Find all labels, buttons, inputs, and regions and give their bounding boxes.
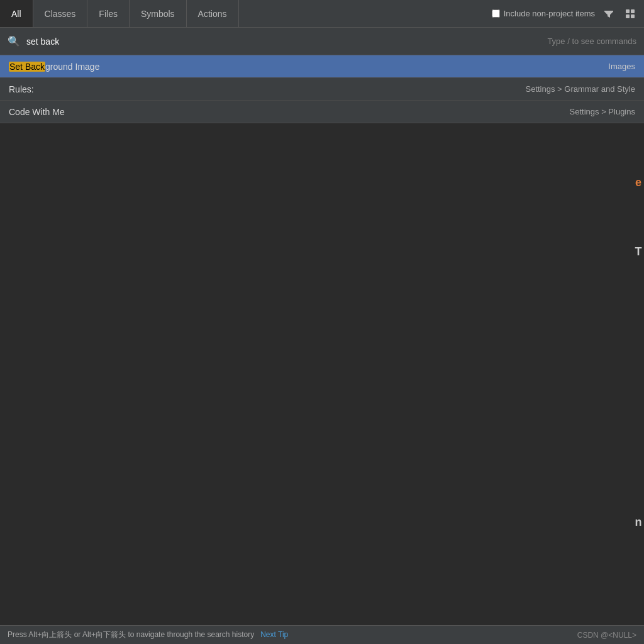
tab-files[interactable]: Files (87, 0, 130, 27)
status-left: Press Alt+向上箭头 or Alt+向下箭头 to navigate t… (8, 630, 288, 640)
results-list: Set Background Image Images Rules: Setti… (0, 55, 644, 123)
result-item-left-0: Set Background Image (9, 62, 99, 72)
tab-symbols[interactable]: Symbols (130, 0, 187, 27)
filter-icon (604, 9, 614, 19)
filter-button[interactable] (601, 6, 616, 21)
tab-actions[interactable]: Actions (187, 0, 239, 27)
result-category-2: Settings > Plugins (570, 107, 635, 116)
result-item-left-2: Code With Me (9, 107, 65, 117)
right-accent-n: n (633, 516, 644, 529)
next-tip-link[interactable]: Next Tip (260, 630, 288, 639)
result-item-left-1: Rules: (9, 84, 34, 94)
result-category-0: Images (608, 62, 635, 71)
result-item-set-background-image[interactable]: Set Background Image Images (0, 55, 644, 78)
search-input[interactable] (26, 36, 547, 47)
tab-classes[interactable]: Classes (33, 0, 88, 27)
include-non-project-checkbox[interactable] (492, 9, 500, 18)
content-area (0, 123, 644, 625)
svg-rect-2 (626, 14, 630, 18)
svg-rect-1 (631, 9, 635, 13)
layout-icon (625, 9, 635, 19)
tab-bar: All Classes Files Symbols Actions Includ… (0, 0, 644, 28)
right-accent-t: T (633, 245, 644, 258)
search-bar: 🔍 Type / to see commands (0, 28, 644, 55)
svg-rect-0 (626, 9, 630, 13)
result-category-1: Settings > Grammar and Style (526, 84, 636, 94)
search-hint: Type / to see commands (547, 36, 636, 46)
result-item-code-with-me[interactable]: Code With Me Settings > Plugins (0, 101, 644, 123)
include-non-project-label[interactable]: Include non-project items (492, 9, 595, 18)
tab-all[interactable]: All (0, 0, 33, 27)
layout-button[interactable] (623, 6, 638, 21)
result-item-rules[interactable]: Rules: Settings > Grammar and Style (0, 78, 644, 101)
tab-right-controls: Include non-project items (486, 6, 644, 21)
status-right: CSDN @<NULL> (577, 631, 636, 640)
svg-rect-3 (631, 14, 635, 18)
status-bar: Press Alt+向上箭头 or Alt+向下箭头 to navigate t… (0, 625, 644, 644)
right-accent-e: e (633, 176, 644, 189)
result-highlight-0: Set Back (9, 62, 45, 72)
search-icon: 🔍 (8, 35, 20, 47)
